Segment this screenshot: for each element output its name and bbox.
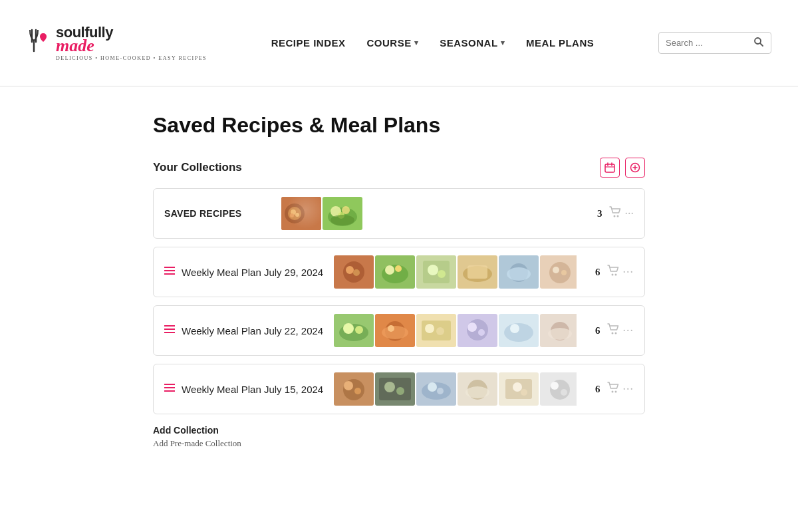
thumbnail (458, 255, 497, 289)
svg-point-93 (428, 382, 437, 392)
thumbnail (499, 372, 539, 406)
cart-icon[interactable] (609, 206, 621, 221)
nav-course[interactable]: COURSE ▾ (367, 37, 419, 49)
svg-point-86 (354, 388, 361, 394)
svg-point-77 (548, 328, 572, 340)
svg-point-63 (388, 325, 394, 332)
collection-count: 6 (587, 384, 600, 395)
svg-point-46 (507, 267, 531, 281)
more-options-icon[interactable]: ··· (625, 207, 634, 221)
svg-point-101 (521, 389, 527, 396)
more-options-icon[interactable]: ··· (623, 265, 634, 279)
svg-point-100 (513, 382, 522, 392)
svg-point-24 (613, 215, 615, 217)
thumbnail (416, 255, 456, 289)
thumbnail (375, 372, 415, 406)
svg-point-62 (382, 326, 408, 339)
thumbnail (540, 255, 576, 289)
main-nav: RECIPE INDEX COURSE ▾ SEASONAL ▾ MEAL PL… (271, 37, 595, 49)
svg-point-78 (611, 332, 613, 334)
thumbnail (334, 314, 374, 347)
svg-point-32 (353, 269, 360, 276)
collection-card-july29: Weekly Meal Plan July 29, 2024 6 (153, 247, 645, 297)
nav-seasonal[interactable]: SEASONAL ▾ (440, 37, 505, 49)
thumbnails (334, 255, 576, 289)
thumbnails (334, 314, 576, 347)
collection-name: Weekly Meal Plan July 22, 2024 (182, 325, 323, 336)
svg-point-25 (616, 215, 618, 217)
logo[interactable]: soulfully made DELICIOUS • HOME-COOKED •… (27, 25, 207, 61)
cart-icon[interactable] (607, 265, 619, 279)
logo-text: soulfully made DELICIOUS • HOME-COOKED •… (56, 25, 207, 61)
collection-action-icons: ··· (609, 206, 634, 221)
calendar-icon-button[interactable] (600, 158, 620, 178)
thumbnail (334, 255, 374, 289)
svg-point-67 (436, 327, 444, 335)
site-header: soulfully made DELICIOUS • HOME-COOKED •… (0, 0, 798, 86)
reorder-handle-icon[interactable] (164, 325, 175, 336)
logo-made: made (56, 37, 207, 55)
more-options-icon[interactable]: ··· (623, 382, 634, 396)
reorder-handle-icon[interactable] (164, 383, 175, 395)
svg-point-13 (285, 203, 305, 223)
svg-point-66 (425, 324, 434, 333)
search-button[interactable] (753, 37, 764, 49)
svg-point-70 (467, 323, 477, 332)
svg-point-94 (437, 388, 444, 394)
more-options-icon[interactable]: ··· (623, 324, 634, 338)
svg-point-40 (438, 270, 446, 278)
search-input[interactable] (666, 38, 749, 48)
thumbnail (540, 372, 576, 406)
thumbnail (323, 197, 362, 230)
thumbnail (375, 314, 415, 347)
svg-point-34 (382, 265, 408, 283)
svg-point-85 (344, 381, 353, 390)
svg-point-51 (611, 274, 613, 276)
svg-point-52 (614, 274, 616, 276)
collection-count: 3 (589, 208, 602, 219)
svg-point-49 (553, 267, 559, 273)
thumbnail (416, 372, 456, 406)
page-title: Saved Recipes & Meal Plans (153, 113, 645, 138)
svg-point-15 (291, 209, 296, 215)
svg-point-31 (346, 266, 354, 274)
collections-label: Your Collections (153, 161, 242, 174)
thumbnail (458, 372, 497, 406)
svg-point-90 (396, 387, 404, 395)
nav-meal-plans[interactable]: MEAL PLANS (526, 37, 594, 49)
reorder-handle-icon[interactable] (164, 266, 175, 278)
cart-icon[interactable] (607, 382, 619, 396)
logo-tagline: DELICIOUS • HOME-COOKED • EASY RECIPES (56, 56, 207, 61)
thumbnail (540, 314, 576, 347)
collection-name: Weekly Meal Plan July 15, 2024 (182, 384, 323, 395)
add-premade-link[interactable]: Add Pre-made Collection (153, 438, 645, 449)
thumbnail (281, 197, 321, 230)
add-collection-link[interactable]: Add Collection (153, 425, 219, 436)
cart-icon[interactable] (607, 323, 619, 338)
thumbnails (334, 372, 576, 406)
svg-point-59 (355, 326, 363, 334)
collection-action-icons: ··· (607, 323, 634, 338)
header-action-icons (600, 158, 645, 178)
svg-point-17 (290, 213, 294, 217)
svg-rect-5 (605, 164, 614, 172)
thumbnail (499, 314, 539, 347)
nav-recipe-index[interactable]: RECIPE INDEX (271, 37, 346, 49)
svg-rect-12 (281, 197, 321, 230)
add-collection-icon-button[interactable] (625, 158, 645, 178)
search-box (658, 32, 771, 54)
svg-point-58 (343, 323, 354, 334)
add-section: Add Collection Add Pre-made Collection (153, 425, 645, 449)
svg-point-105 (561, 389, 567, 396)
svg-point-71 (478, 329, 485, 336)
svg-point-106 (611, 391, 613, 393)
svg-point-74 (510, 324, 519, 333)
thumbnail (416, 314, 456, 347)
collection-card-saved-recipes: SAVED RECIPES (153, 188, 645, 239)
svg-point-48 (549, 262, 571, 283)
collection-count: 6 (587, 325, 600, 336)
svg-point-73 (504, 323, 533, 342)
svg-point-89 (384, 382, 395, 392)
thumbnail (458, 314, 497, 347)
svg-point-39 (428, 265, 438, 275)
